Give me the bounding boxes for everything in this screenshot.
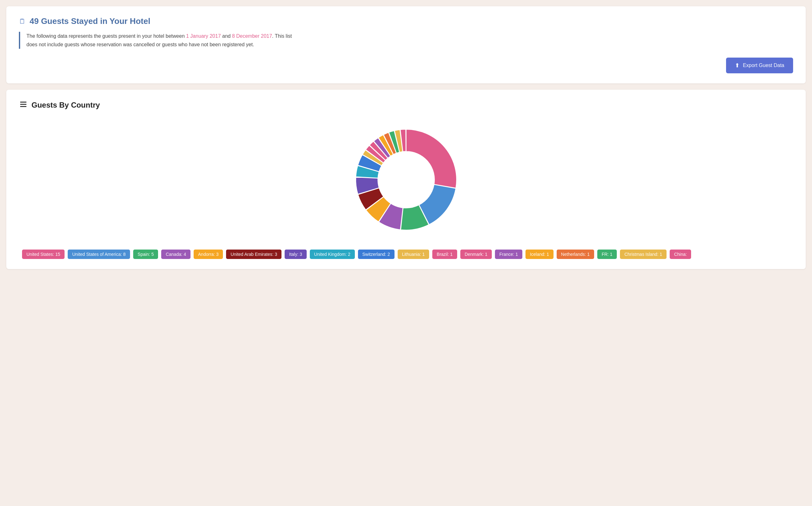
legend-badge: France: 1 bbox=[495, 250, 522, 259]
legend-badge: Netherlands: 1 bbox=[557, 250, 594, 259]
page-title: 49 Guests Stayed in Your Hotel bbox=[29, 16, 150, 26]
export-row: ⬆ Export Guest Data bbox=[19, 58, 793, 73]
section-title: Guests By Country bbox=[31, 101, 100, 109]
legend-badge: Canada: 4 bbox=[161, 250, 191, 259]
description-mid: and bbox=[221, 33, 232, 39]
donut-chart-container bbox=[19, 120, 793, 240]
export-icon: ⬆ bbox=[735, 62, 740, 69]
svg-rect-2 bbox=[20, 106, 26, 107]
legend-badge: Iceland: 1 bbox=[525, 250, 553, 259]
legend-badge: China: bbox=[670, 250, 691, 259]
legend-badge: United States of America: 8 bbox=[68, 250, 130, 259]
legend-badge: FR: 1 bbox=[597, 250, 617, 259]
guests-summary-card: 🗒 49 Guests Stayed in Your Hotel The fol… bbox=[6, 6, 806, 83]
svg-rect-0 bbox=[20, 102, 26, 103]
legend-badge: United Kingdom: 2 bbox=[310, 250, 355, 259]
legend-badge: Andorra: 3 bbox=[194, 250, 223, 259]
legend-container: United States: 15United States of Americ… bbox=[19, 250, 793, 259]
guests-icon: 🗒 bbox=[19, 17, 26, 25]
legend-badge: Brazil: 1 bbox=[432, 250, 457, 259]
legend-badge: Spain: 5 bbox=[133, 250, 158, 259]
description-block: The following data represents the guests… bbox=[19, 32, 302, 49]
legend-badge: Italy: 3 bbox=[285, 250, 306, 259]
date-from: 1 January 2017 bbox=[186, 33, 221, 39]
legend-badge: United Arab Emirates: 3 bbox=[226, 250, 282, 259]
guests-by-country-card: Guests By Country United States: 15Unite… bbox=[6, 90, 806, 269]
donut-chart bbox=[346, 120, 466, 240]
legend-badge: Christmas Island: 1 bbox=[620, 250, 667, 259]
section-header: Guests By Country bbox=[19, 100, 793, 110]
legend-badge: Denmark: 1 bbox=[460, 250, 492, 259]
date-to: 8 December 2017 bbox=[232, 33, 272, 39]
description-prefix: The following data represents the guests… bbox=[26, 33, 186, 39]
card-header: 🗒 49 Guests Stayed in Your Hotel bbox=[19, 16, 793, 26]
legend-badge: Switzerland: 2 bbox=[358, 250, 394, 259]
legend-badge: Lithuania: 1 bbox=[398, 250, 429, 259]
svg-rect-1 bbox=[20, 104, 26, 105]
layers-icon bbox=[19, 100, 28, 110]
export-guest-data-button[interactable]: ⬆ Export Guest Data bbox=[726, 58, 793, 73]
export-button-label: Export Guest Data bbox=[743, 63, 784, 68]
legend-badge: United States: 15 bbox=[22, 250, 65, 259]
